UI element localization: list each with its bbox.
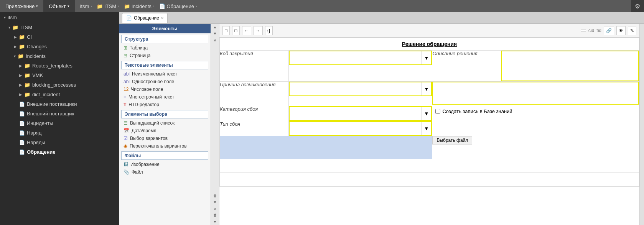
toolbar-json-btn[interactable]: {} bbox=[265, 26, 273, 35]
breadcrumb-itsm[interactable]: itsm › bbox=[78, 0, 95, 12]
sidebar-item-incidents[interactable]: ▾ 📁 Incidents bbox=[0, 51, 119, 61]
field-prichina[interactable]: ▼ bbox=[289, 82, 432, 106]
datetime-icon: 📅 bbox=[124, 128, 129, 133]
breadcrumb-obraschenie[interactable]: 📄 Обращение › bbox=[157, 0, 199, 12]
sidebar-item-CI[interactable]: ▶ 📁 CI bbox=[0, 32, 119, 42]
delete-row-btn[interactable]: 🗑 bbox=[211, 192, 219, 199]
el-html-editor[interactable]: T HTD-редактор bbox=[119, 101, 211, 108]
html-icon: T bbox=[124, 102, 126, 107]
scroll-up-btn[interactable]: ▲ bbox=[211, 24, 219, 30]
prichina-dropdown-btn[interactable]: ▼ bbox=[421, 82, 431, 95]
toolbar-square-btn1[interactable]: □ bbox=[222, 26, 230, 35]
sidebar-item-obraschenie[interactable]: 📄 Обращение bbox=[0, 147, 119, 157]
sidebar-item-routes[interactable]: ▶ 📁 Routes_templates bbox=[0, 61, 119, 71]
kategoriya-dropdown-btn[interactable]: ▼ bbox=[421, 107, 431, 120]
file-icon: 📄 bbox=[19, 149, 25, 155]
tab-obraschenie[interactable]: 📄 Обращение × bbox=[122, 13, 168, 23]
folder-icon: 📁 bbox=[97, 3, 103, 9]
edit-icon-btn[interactable]: ✎ bbox=[628, 26, 636, 35]
create-kb-checkbox[interactable] bbox=[435, 109, 440, 114]
create-kb-label: Создать запись в Базе знаний bbox=[442, 108, 512, 114]
sidebar-root-label: itsm bbox=[8, 15, 17, 20]
expand-icon: ▾ bbox=[8, 25, 10, 30]
right-scrollbar[interactable] bbox=[639, 24, 644, 225]
sidebar-item-naryady[interactable]: 📄 Наряды bbox=[0, 138, 119, 147]
section-text: Текстовые элементы bbox=[121, 61, 208, 69]
sidebar-item-naryad[interactable]: 📄 Наряд bbox=[0, 128, 119, 138]
prichina-input[interactable] bbox=[290, 82, 421, 95]
expand-icon: ▶ bbox=[19, 83, 22, 87]
el-checkbox[interactable]: ☑ Выбор вариантов bbox=[119, 135, 211, 142]
sidebar-item-ITSM[interactable]: ▾ 📁 ITSM bbox=[0, 23, 119, 32]
delete-row2-btn[interactable]: 🗑 bbox=[211, 212, 219, 218]
breadcrumb-incidents[interactable]: 📁 Incidents › bbox=[122, 0, 157, 12]
breadcrumb-bar: itsm › 📁 ITSM › 📁 Incidents › 📄 Обращени… bbox=[75, 0, 631, 12]
app-menu[interactable]: Приложение ▾ bbox=[0, 0, 43, 12]
file-icon: 📄 bbox=[19, 121, 25, 126]
section-struktura: Структура bbox=[121, 35, 208, 43]
sidebar-item-changes[interactable]: ▶ 📁 Changes bbox=[0, 42, 119, 51]
opisanie-textarea[interactable] bbox=[501, 51, 639, 81]
form-row-4: Тип сбоя ▼ bbox=[220, 121, 639, 136]
table-icon: ⊞ bbox=[124, 45, 127, 51]
sidebar-item-vmk[interactable]: ▶ 📁 VMK bbox=[0, 71, 119, 80]
kod-zakr-dropdown-btn[interactable]: ▼ bbox=[421, 51, 431, 64]
el-datetime[interactable]: 📅 Дата/время bbox=[119, 127, 211, 135]
scroll-down3-btn[interactable]: ▼ bbox=[211, 218, 219, 225]
tab-close-button[interactable]: × bbox=[161, 16, 163, 20]
field-opisanie[interactable] bbox=[501, 51, 639, 82]
page-icon: ⊟ bbox=[124, 53, 127, 58]
file-row: Выбрать файл bbox=[220, 136, 639, 159]
field-kod-zakr[interactable]: ▼ bbox=[289, 51, 432, 82]
toolbar-square-btn2[interactable]: □ bbox=[232, 26, 239, 35]
tip-sboya-dropdown-btn[interactable]: ▼ bbox=[421, 122, 431, 135]
expand-icon: ▶ bbox=[19, 64, 22, 68]
top-bar-right: ⚙ bbox=[631, 3, 644, 10]
sidebar-item-dict-incident[interactable]: ▶ 📁 dict_incident bbox=[0, 90, 119, 99]
sidebar-item-intsidenty[interactable]: 📄 Инциденты bbox=[0, 118, 119, 128]
breadcrumb-ITSM[interactable]: 📁 ITSM › bbox=[94, 0, 122, 12]
el-static-text[interactable]: abl Неизменяемый текст bbox=[119, 70, 211, 78]
section-title-row: Решение обращения bbox=[220, 38, 639, 51]
expand-btn[interactable]: ∧ bbox=[211, 37, 219, 43]
settings-icon[interactable]: ⚙ bbox=[635, 3, 640, 10]
el-num-field[interactable]: 12 Числовое поле bbox=[119, 85, 211, 93]
design-table: Решение обращения Код закрытия ▼ bbox=[219, 38, 639, 187]
sidebar-item-vneshn-post[interactable]: 📄 Внешние поставщики bbox=[0, 99, 119, 109]
obj-menu[interactable]: Объект ▾ bbox=[43, 0, 74, 12]
sidebar-item-vneshn-post2[interactable]: 📄 Внешний поставщик bbox=[0, 109, 119, 118]
opisanie-cont-textarea[interactable] bbox=[432, 82, 639, 105]
toolbar-forward-btn[interactable]: → bbox=[254, 26, 263, 35]
label-prichina: Причина возникновения bbox=[220, 82, 289, 106]
el-file[interactable]: 📎 Файл bbox=[119, 168, 211, 176]
view-icon-btn[interactable]: 👁 bbox=[616, 26, 626, 35]
el-table[interactable]: ⊞ Таблица bbox=[119, 44, 211, 52]
num-icon: 12 bbox=[124, 87, 128, 92]
scroll-down2-btn[interactable]: ▼ bbox=[211, 199, 219, 205]
link-icon-btn[interactable]: 🔗 bbox=[604, 26, 614, 35]
toolbar: □ □ ← → {} cid tid 🔗 👁 ✎ bbox=[219, 24, 639, 38]
el-single-field[interactable]: abl Однострочное поле bbox=[119, 78, 211, 85]
el-multiline[interactable]: ≡ Многострочный текст bbox=[119, 93, 211, 101]
choose-file-button[interactable]: Выбрать файл bbox=[432, 136, 472, 145]
scroll-down-btn[interactable]: ▼ bbox=[211, 30, 219, 37]
tip-sboya-input[interactable] bbox=[290, 122, 421, 135]
toolbar-back-btn[interactable]: ← bbox=[242, 26, 251, 35]
kod-zakr-input[interactable] bbox=[290, 51, 421, 64]
sidebar-item-blocking-processes[interactable]: ▶ 📁 blocking_processes bbox=[0, 80, 119, 90]
folder-icon: 📁 bbox=[12, 25, 18, 30]
sidebar-root-itsm[interactable]: ▾ itsm bbox=[0, 12, 119, 23]
checkbox-icon: ☑ bbox=[124, 136, 128, 141]
el-radio[interactable]: ◉ Переключатель вариантов bbox=[119, 142, 211, 150]
el-image[interactable]: 🖼 Изображение bbox=[119, 161, 211, 168]
field-kategoriya[interactable]: ▼ bbox=[289, 106, 432, 121]
expand2-btn[interactable]: ∧ bbox=[211, 205, 219, 212]
kategoriya-input[interactable] bbox=[290, 107, 421, 120]
file-icon: 📄 bbox=[19, 140, 25, 145]
file-icon: 📄 bbox=[159, 3, 165, 9]
el-page[interactable]: ⊟ Страница bbox=[119, 52, 211, 59]
el-dropdown[interactable]: ☰ Выпадающий список bbox=[119, 119, 211, 127]
obj-menu-label: Объект bbox=[49, 3, 66, 9]
field-tip-sboya[interactable]: ▼ bbox=[289, 121, 432, 136]
editor-area: Элементы Структура ⊞ Таблица ⊟ Страница … bbox=[119, 24, 644, 225]
